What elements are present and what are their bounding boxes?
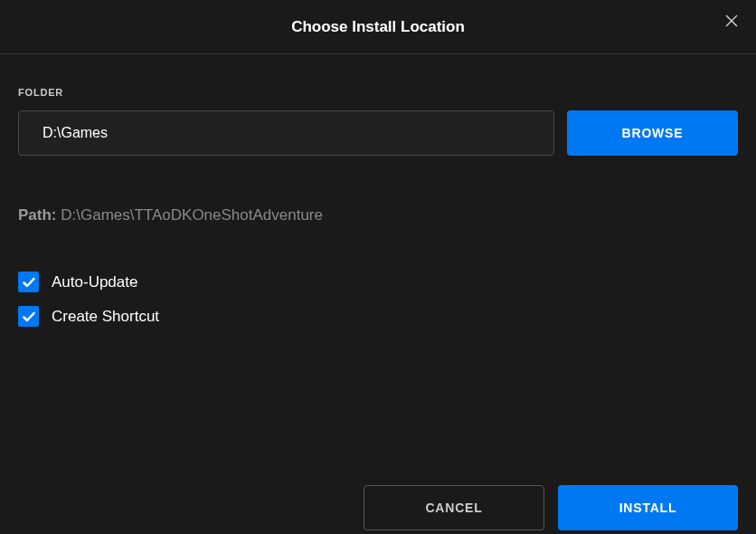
path-value: D:\Games\TTAoDKOneShotAdventure: [61, 206, 323, 224]
auto-update-label: Auto-Update: [52, 273, 137, 291]
auto-update-option: Auto-Update: [18, 272, 738, 292]
cancel-button[interactable]: CANCEL: [364, 485, 544, 530]
folder-row: BROWSE: [18, 110, 738, 156]
create-shortcut-option: Create Shortcut: [18, 306, 738, 327]
path-row: Path: D:\Games\TTAoDKOneShotAdventure: [18, 206, 738, 224]
dialog-content: FOLDER BROWSE Path: D:\Games\TTAoDKOneSh…: [0, 54, 756, 327]
close-button[interactable]: [723, 13, 740, 29]
options-group: Auto-Update Create Shortcut: [18, 272, 738, 327]
browse-button[interactable]: BROWSE: [567, 110, 738, 156]
install-button[interactable]: INSTALL: [558, 485, 738, 530]
path-label: Path:: [18, 206, 57, 224]
folder-input[interactable]: [18, 110, 554, 156]
create-shortcut-label: Create Shortcut: [52, 308, 159, 326]
dialog-footer: CANCEL INSTALL: [0, 485, 756, 534]
create-shortcut-checkbox[interactable]: [18, 306, 39, 327]
folder-label: FOLDER: [18, 87, 738, 98]
dialog-header: Choose Install Location: [0, 0, 756, 54]
check-icon: [22, 275, 36, 290]
dialog-title: Choose Install Location: [291, 18, 465, 36]
close-icon: [724, 14, 739, 28]
auto-update-checkbox[interactable]: [18, 272, 39, 292]
check-icon: [22, 310, 36, 324]
